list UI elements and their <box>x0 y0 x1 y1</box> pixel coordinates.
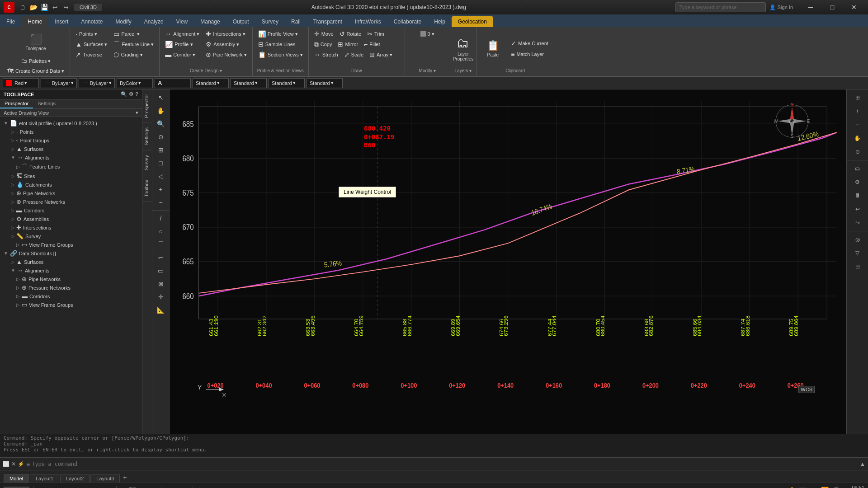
rp-orbit[interactable]: ⊙ <box>849 145 866 158</box>
zoom-window[interactable]: □ <box>155 157 167 169</box>
tab-collaborate[interactable]: Collaborate <box>387 16 428 27</box>
orbit-tool[interactable]: ⊙ <box>155 131 167 143</box>
tab-analyze[interactable]: Analyze <box>138 16 170 27</box>
color-selector[interactable]: Red ▾ <box>3 78 39 88</box>
command-bar-scroll[interactable]: ▲ <box>860 461 865 467</box>
pan-tool[interactable]: ✋ <box>155 104 167 117</box>
command-bar-icon-1[interactable]: ⬜ <box>3 461 9 467</box>
linetype-selector-1[interactable]: ByLayer ▾ <box>41 78 77 88</box>
tree-item-surfaces[interactable]: ▷ ▲ Surfaces <box>0 145 142 153</box>
search-box[interactable]: Type a keyword or phrase <box>675 2 766 12</box>
scale-button[interactable]: ⤢ Scale <box>341 50 367 60</box>
tree-item-catchments[interactable]: ▷ 💧 Catchments <box>0 180 142 189</box>
tab-view[interactable]: View <box>170 16 194 27</box>
alignment-button[interactable]: ↔ Alignment ▾ <box>162 29 202 39</box>
grid-toggle[interactable]: ⊞ <box>37 487 42 488</box>
zoom-extents[interactable]: ⊞ <box>155 144 167 156</box>
zoom-prev[interactable]: ◁ <box>155 170 167 183</box>
tree-item-ds-view-frames[interactable]: ▷ ▭ View Frame Groups <box>0 300 142 309</box>
standard-selector-1[interactable]: Standard ▾ <box>193 78 229 88</box>
ts-tab-settings[interactable]: Settings <box>33 99 60 108</box>
linetype-selector-2[interactable]: ByLayer ▾ <box>79 78 115 88</box>
paste-button[interactable]: 📋 Paste <box>479 36 506 62</box>
feature-line-button[interactable]: ⌒ Feature Line ▾ <box>111 39 156 49</box>
section-views-button[interactable]: 📋 Section Views ▾ <box>255 50 306 60</box>
workspace-selector[interactable]: Civil 3D <box>74 4 102 11</box>
profile-view-button[interactable]: 📊 Profile View ▾ <box>255 29 306 39</box>
traverse-button[interactable]: ↗ Traverse <box>73 50 110 60</box>
tree-item-assemblies[interactable]: ▷ ⚙ Assemblies <box>0 215 142 223</box>
tree-item-corridors[interactable]: ▷ ▬ Corridors <box>0 206 142 215</box>
tab-file[interactable]: File <box>0 16 21 27</box>
command-bar-icon-3[interactable]: ⚡ <box>18 461 24 467</box>
rp-zoom-out[interactable]: − <box>849 118 866 131</box>
rp-zoom-in[interactable]: + <box>849 105 866 117</box>
tab-model[interactable]: Model <box>4 474 29 483</box>
sample-lines-button[interactable]: ⊟ Sample Lines <box>255 39 306 49</box>
tab-transparent[interactable]: Transparent <box>307 16 349 27</box>
draw-circle[interactable]: ○ <box>155 225 167 238</box>
tree-item-point-groups[interactable]: ▷ ◦ Point Groups <box>0 136 142 145</box>
stretch-button[interactable]: ↔ Stretch <box>311 50 341 60</box>
survey-strip[interactable]: Survey <box>142 150 152 175</box>
standard-selector-3[interactable]: Standard ▾ <box>269 78 305 88</box>
model-space-button[interactable]: MODEL <box>4 487 29 488</box>
ts-tab-prospector[interactable]: Prospector <box>0 99 33 108</box>
zoom-in[interactable]: + <box>155 183 167 196</box>
array-button[interactable]: ⊞ Array ▾ <box>367 50 395 60</box>
profile-button[interactable]: 📈 Profile ▾ <box>162 39 202 49</box>
toolspace-button[interactable]: ⬛ Toolspace <box>24 29 48 55</box>
palettes-button[interactable]: 🗂 Palettes ▾ <box>18 56 54 66</box>
drawing-canvas-area[interactable]: 685 680 675 670 665 660 5.76% 18.74% 8.7… <box>170 89 846 434</box>
zoom-tool[interactable]: 🔍 <box>155 117 167 130</box>
tab-layout1[interactable]: Layout1 <box>30 474 59 483</box>
tree-item-sites[interactable]: ▷ 🏗 Sites <box>0 172 142 180</box>
parcel-button[interactable]: ▭ Parcel ▾ <box>111 29 156 39</box>
tab-survey[interactable]: Survey <box>255 16 285 27</box>
polar-toggle[interactable]: ✳ <box>61 487 67 488</box>
toolspace-icon-2[interactable]: ⚙ <box>129 91 133 97</box>
canvas-close[interactable]: ✕ <box>222 391 227 399</box>
measure-tool[interactable]: 📐 <box>155 304 167 316</box>
intersections-button[interactable]: ✚ Intersections ▾ <box>203 29 249 39</box>
tree-item-intersections[interactable]: ▷ ✚ Intersections <box>0 223 142 232</box>
tab-output[interactable]: Output <box>226 16 255 27</box>
undo-button[interactable]: ↩ <box>51 3 60 12</box>
select-tool[interactable]: ↖ <box>155 91 167 104</box>
rp-quick-calc[interactable]: 🖩 <box>849 189 866 202</box>
dyn-toggle[interactable]: ⊡ <box>93 487 99 488</box>
otrack-toggle[interactable]: ∞ <box>78 487 82 488</box>
rp-properties[interactable]: ⚙ <box>849 176 866 188</box>
rp-zoom-extents[interactable]: ⊞ <box>849 91 866 104</box>
redo-button[interactable]: ↪ <box>61 3 71 12</box>
lineweight-selector[interactable]: ByColor ▾ <box>117 78 153 88</box>
make-current-button[interactable]: ✓ Make Current <box>508 38 551 48</box>
settings-status[interactable]: ⚙ <box>197 487 203 488</box>
tab-annotate[interactable]: Annotate <box>75 16 109 27</box>
draw-arc[interactable]: ⌒ <box>155 238 167 251</box>
tree-item-alignments[interactable]: ▼ ↔ Alignments <box>0 153 142 162</box>
snap-toggle[interactable]: ⊠ <box>155 277 167 290</box>
fillet-button[interactable]: ⌐ Fillet <box>361 39 382 49</box>
draw-line[interactable]: / <box>155 212 167 225</box>
notification-icon[interactable]: 🔔 <box>788 487 796 488</box>
tab-layout3[interactable]: Layout3 <box>90 474 120 483</box>
tree-item-survey[interactable]: ▷ 📏 Survey <box>0 232 142 240</box>
maximize-button[interactable]: □ <box>822 0 843 14</box>
minimize-button[interactable]: ─ <box>800 0 821 14</box>
rp-select-filter[interactable]: ▽ <box>849 247 866 259</box>
tpmode-toggle[interactable]: ▷ <box>108 487 113 488</box>
ortho-toggle[interactable]: ⊠ <box>53 487 59 488</box>
rp-layer[interactable]: 🗂 <box>849 162 866 175</box>
isolate-objects[interactable]: ◎ <box>120 487 126 488</box>
tree-item-view-frame-groups[interactable]: ▷ ▭ View Frame Groups <box>0 240 142 249</box>
mirror-button[interactable]: ⊞ Mirror <box>335 39 361 49</box>
tree-item-feature-lines[interactable]: ▷ ⌒ Feature Lines <box>0 162 142 172</box>
corridor-button[interactable]: ▬ Corridor ▾ <box>162 50 202 60</box>
points-button[interactable]: · Points ▾ <box>73 29 110 39</box>
pipe-network-button[interactable]: ⊕ Pipe Network ▾ <box>203 50 249 60</box>
rp-redo[interactable]: ↪ <box>849 216 866 229</box>
sign-in-button[interactable]: 👤 Sign In <box>769 5 793 10</box>
tree-item-drawing[interactable]: ▼ 📄 etot civil profile ( update10-8-2023… <box>0 119 142 127</box>
surfaces-button[interactable]: ▲ Surfaces ▾ <box>73 39 110 49</box>
